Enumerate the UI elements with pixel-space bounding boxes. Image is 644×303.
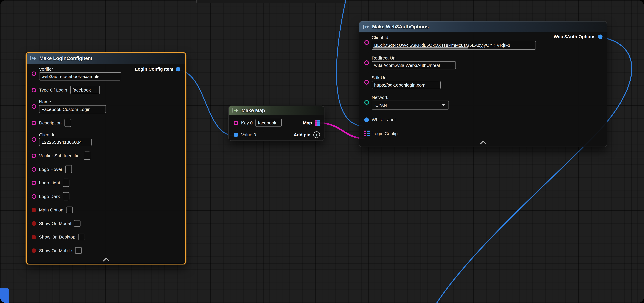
pin-row-network: Network CYAN — [364, 95, 602, 110]
pin-row-description: Description — [32, 119, 180, 127]
wire-loginconfigitem-to-value0[interactable] — [178, 70, 235, 136]
pin-main-option[interactable] — [32, 208, 36, 212]
sdk-url-input[interactable] — [372, 81, 441, 89]
make-struct-icon — [30, 56, 36, 61]
node-make-web3authoptions[interactable]: Make Web3AuthOptions Web 3Auth Options C… — [359, 21, 607, 147]
pin-sdk-url[interactable] — [364, 80, 369, 84]
pin-show-on-modal[interactable] — [32, 221, 36, 226]
pin-row-main-option: Main Option — [32, 206, 180, 214]
main-option-checkbox[interactable] — [66, 206, 73, 213]
show-on-desktop-checkbox[interactable] — [78, 234, 85, 240]
pin-white-label[interactable] — [364, 117, 369, 122]
logo-light-input[interactable] — [63, 178, 70, 187]
node-header[interactable]: Make Map — [229, 106, 324, 116]
node-title: Make LoginConfigItem — [40, 56, 92, 61]
pin-logo-light[interactable] — [32, 180, 36, 185]
pin-row-white-label: White Label — [364, 116, 602, 124]
pin-login-config-item-output[interactable] — [176, 67, 180, 71]
make-map-icon — [232, 108, 238, 113]
output-login-config-item: Login Config Item — [135, 66, 180, 72]
pin-show-on-mobile[interactable] — [32, 248, 36, 253]
offscreen-node-top[interactable] — [196, 0, 345, 3]
node-make-loginconfigitem[interactable]: Make LoginConfigItem Login Config Item V… — [26, 52, 186, 264]
network-dropdown[interactable]: CYAN — [372, 100, 449, 110]
dropdown-caret-icon — [442, 104, 445, 106]
node-header[interactable]: Make LoginConfigItem — [27, 53, 185, 64]
show-on-mobile-checkbox[interactable] — [75, 247, 82, 254]
pin-row-logo-dark: Logo Dark — [32, 192, 180, 200]
collapse-node-button[interactable] — [360, 138, 607, 147]
node-make-map[interactable]: Make Map Key 0 Map Value 0 — [228, 106, 324, 141]
pin-logo-dark[interactable] — [32, 194, 36, 198]
output-map: Map — [303, 120, 320, 126]
name-input[interactable] — [39, 105, 106, 113]
pin-row-show-on-mobile: Show On Mobile — [32, 246, 180, 254]
pin-logo-hover[interactable] — [32, 167, 36, 172]
pin-row-client-id: Client Id — [32, 132, 180, 146]
pin-verifier-sub-identifier[interactable] — [32, 153, 36, 158]
pin-type-of-login[interactable] — [32, 88, 36, 92]
node-title: Make Map — [242, 108, 265, 113]
chevron-up-icon — [480, 140, 486, 147]
blueprint-canvas[interactable]: Make LoginConfigItem Login Config Item V… — [0, 0, 644, 303]
pin-row-sdk-url: Sdk Url — [364, 75, 602, 89]
pin-row-logo-hover: Logo Hover — [32, 165, 180, 173]
verifier-sub-identifier-input[interactable] — [84, 152, 90, 160]
pin-row-name: Name — [32, 99, 180, 113]
input-scrollbar[interactable] — [373, 47, 468, 48]
pin-row-login-config: Login Config — [364, 130, 602, 138]
logo-dark-input[interactable] — [63, 192, 69, 200]
pin-name[interactable] — [32, 104, 36, 109]
pin-row-key0: Key 0 — [234, 119, 282, 127]
pin-network[interactable] — [364, 100, 369, 104]
pin-row-show-on-desktop: Show On Desktop — [32, 233, 180, 241]
collapse-node-button[interactable] — [27, 255, 185, 264]
pin-map-output[interactable] — [315, 120, 320, 126]
pin-client-id[interactable] — [32, 137, 36, 142]
client-id-input[interactable] — [39, 138, 92, 146]
show-on-modal-checkbox[interactable] — [74, 220, 81, 227]
pin-row-type-of-login: Type Of Login — [32, 86, 180, 94]
pin-key0[interactable] — [234, 120, 238, 125]
node-title: Make Web3AuthOptions — [372, 24, 428, 30]
description-input[interactable] — [64, 119, 71, 127]
pin-row-redirect-url: Redirect Url — [364, 56, 602, 70]
pin-web3auth-options-output[interactable] — [598, 34, 602, 39]
verifier-input[interactable] — [39, 72, 121, 80]
pin-description[interactable] — [32, 120, 36, 125]
pin-login-config[interactable] — [364, 130, 369, 136]
add-pin-control[interactable]: Add pin + — [294, 131, 320, 138]
node-header[interactable]: Make Web3AuthOptions — [360, 21, 607, 32]
pin-row-logo-light: Logo Light — [32, 178, 180, 187]
pin-show-on-desktop[interactable] — [32, 234, 36, 239]
type-of-login-input[interactable] — [70, 86, 100, 94]
pin-row-verifier-sub-identifier: Verifier Sub Identifier — [32, 152, 180, 160]
pin-row-value0: Value 0 — [234, 132, 256, 137]
offscreen-node-bottom-left[interactable] — [0, 288, 8, 303]
key0-input[interactable] — [256, 119, 282, 127]
pin-value0[interactable] — [234, 132, 238, 137]
logo-hover-input[interactable] — [65, 165, 72, 173]
add-pin-icon[interactable]: + — [314, 131, 320, 138]
pin-redirect-url[interactable] — [364, 60, 369, 65]
pin-client-id[interactable] — [364, 40, 369, 44]
output-web3auth-options: Web 3Auth Options — [554, 34, 602, 39]
pin-row-show-on-modal: Show On Modal — [32, 219, 180, 228]
pin-verifier[interactable] — [32, 71, 36, 76]
chevron-up-icon — [103, 258, 109, 264]
redirect-url-input[interactable] — [372, 61, 456, 70]
make-struct-icon — [363, 24, 369, 29]
